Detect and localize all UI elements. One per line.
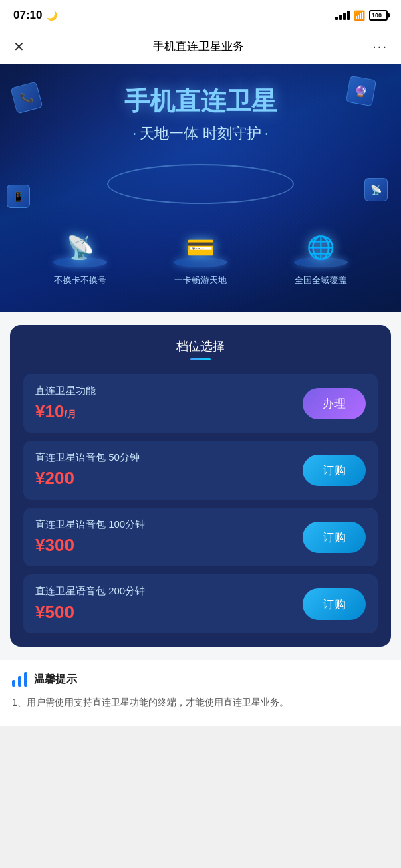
plan-price-value-3: ¥300 (35, 535, 74, 555)
plan-price-1: ¥10/月 (35, 401, 96, 422)
plan-info-2: 直连卫星语音包 50分钟 ¥200 (35, 451, 140, 489)
warm-tips-header: 温馨提示 (12, 672, 389, 687)
close-button[interactable]: ✕ (13, 39, 25, 55)
nav-bar: ✕ 手机直连卫星业务 ··· (0, 29, 401, 64)
moon-icon: 🌙 (46, 10, 57, 21)
plan-price-value-2: ¥200 (35, 468, 74, 488)
plan-info-1: 直连卫星功能 ¥10/月 (35, 385, 96, 422)
subscribe-button-2[interactable]: 订购 (303, 455, 366, 486)
plan-name-3: 直连卫星语音包 100分钟 (35, 518, 145, 531)
hero-title: 手机直连卫星 (13, 84, 388, 118)
plan-info-4: 直连卫星语音包 200分钟 ¥500 (35, 585, 145, 623)
status-icons: 📶 100 (335, 10, 388, 21)
more-button[interactable]: ··· (372, 39, 388, 54)
feature-icon-wrap-3: 🌐 (291, 217, 351, 267)
plan-item-2: 直连卫星语音包 50分钟 ¥200 订购 (23, 441, 378, 500)
plan-price-2: ¥200 (35, 468, 140, 489)
plan-item-3: 直连卫星语音包 100分钟 ¥300 订购 (23, 508, 378, 566)
satellite-dish-icon: 📡 (66, 234, 94, 261)
warm-tips-title: 温馨提示 (34, 673, 77, 687)
plan-price-value-1: ¥10/月 (35, 401, 76, 421)
tips-item-1: 1、用户需使用支持直连卫星功能的终端，才能使用直连卫星业务。 (12, 695, 389, 710)
plan-item-4: 直连卫星语音包 200分钟 ¥500 订购 (23, 574, 378, 633)
warm-tips-content: 1、用户需使用支持直连卫星功能的终端，才能使用直连卫星业务。 (12, 695, 389, 710)
plan-name-4: 直连卫星语音包 200分钟 (35, 585, 145, 598)
tips-bar-2 (18, 676, 21, 687)
status-bar: 07:10 🌙 📶 100 (0, 0, 401, 29)
wifi-icon: 📶 (354, 10, 365, 21)
plan-price-3: ¥300 (35, 535, 145, 556)
globe-icon: 🌐 (307, 234, 335, 261)
tier-divider (190, 358, 211, 360)
warm-tips-section: 温馨提示 1、用户需使用支持直连卫星功能的终端，才能使用直连卫星业务。 (0, 660, 401, 726)
plan-name-1: 直连卫星功能 (35, 385, 96, 397)
feature-item-3: 🌐 全国全域覆盖 (291, 217, 351, 286)
hero-banner: 📞 🔮 📱 📡 手机直连卫星 天地一体 时刻守护 📡 不换卡不换号 💳 一卡畅游… (0, 64, 401, 312)
plan-price-4: ¥500 (35, 602, 145, 623)
signal-icon (335, 11, 350, 20)
feature-icon-wrap-1: 📡 (50, 217, 110, 267)
feature-icon-wrap-2: 💳 (170, 217, 231, 267)
battery-icon: 100 (369, 10, 388, 21)
main-content: 档位选择 直连卫星功能 ¥10/月 办理 直连卫星语音包 50分钟 ¥200 (0, 312, 401, 660)
plan-name-2: 直连卫星语音包 50分钟 (35, 451, 140, 464)
status-time: 07:10 (13, 9, 42, 22)
tier-title: 档位选择 (23, 338, 378, 354)
handle-button-1[interactable]: 办理 (303, 388, 366, 419)
feature-list: 📡 不换卡不换号 💳 一卡畅游天地 🌐 全国全域覆盖 (13, 217, 388, 286)
tips-bar-1 (12, 680, 15, 687)
tips-bar-3 (24, 672, 27, 687)
plan-price-value-4: ¥500 (35, 602, 74, 622)
plan-item-1: 直连卫星功能 ¥10/月 办理 (23, 374, 378, 433)
plan-info-3: 直连卫星语音包 100分钟 ¥300 (35, 518, 145, 556)
feature-label-1: 不换卡不换号 (54, 274, 106, 286)
hero-subtitle: 天地一体 时刻守护 (13, 124, 388, 144)
feature-label-3: 全国全域覆盖 (295, 274, 347, 286)
feature-item-2: 💳 一卡畅游天地 (170, 217, 231, 286)
tier-card: 档位选择 直连卫星功能 ¥10/月 办理 直连卫星语音包 50分钟 ¥200 (10, 325, 391, 647)
subscribe-button-4[interactable]: 订购 (303, 588, 366, 620)
feature-item-1: 📡 不换卡不换号 (50, 217, 110, 286)
feature-label-2: 一卡畅游天地 (174, 274, 227, 286)
tips-bars-icon (12, 672, 27, 687)
sim-card-icon: 💳 (186, 234, 215, 261)
subscribe-button-3[interactable]: 订购 (303, 522, 366, 553)
orbit-decoration (13, 164, 388, 204)
page-title: 手机直连卫星业务 (153, 39, 244, 54)
